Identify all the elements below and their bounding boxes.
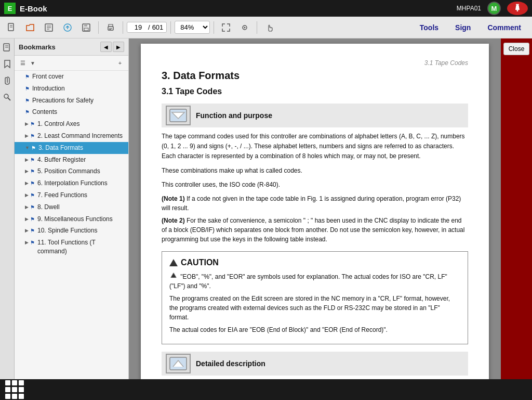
bookmark-flag-icon: ⚑ <box>25 97 30 105</box>
bookmark-item-data-formats[interactable]: ▼ ⚑ 3. Data Formats <box>15 142 128 154</box>
comment-button[interactable]: Comment <box>480 21 529 34</box>
bookmark-flag-icon: ⚑ <box>30 239 35 247</box>
expand-icon[interactable]: ▶ <box>25 133 29 139</box>
caution-title: CAUTION <box>169 258 460 267</box>
tools-button[interactable]: Tools <box>412 21 446 34</box>
bookmark-item-precautions[interactable]: ⚑ Precautions for Safety <box>15 95 128 107</box>
svg-rect-15 <box>109 28 112 29</box>
user-avatar: M <box>487 2 501 15</box>
bookmark-item-miscellaneous[interactable]: ▶ ⚑ 9. Miscellaneous Functions <box>15 213 128 225</box>
bookmark-label: Precautions for Safety <box>32 96 94 105</box>
bookmark-label: 7. Feed Functions <box>37 191 87 200</box>
notification-bell-icon[interactable] <box>507 2 528 15</box>
bookmark-flag-icon: ⚑ <box>30 216 35 223</box>
grid-dot <box>19 387 24 392</box>
bookmark-label: 10. Spindle Functions <box>37 226 97 235</box>
bookmark-prev-button[interactable]: ◀ <box>100 42 112 52</box>
bookmark-item-feed-functions[interactable]: ▶ ⚑ 7. Feed Functions <box>15 189 128 201</box>
hand-tool-button[interactable] <box>261 19 277 36</box>
bookmark-add-icon[interactable]: + <box>115 58 125 68</box>
caution-text-2: The programs created on the Edit screen … <box>169 294 460 322</box>
bookmark-next-button[interactable]: ▶ <box>113 42 124 52</box>
sign-button[interactable]: Sign <box>447 21 478 34</box>
grid-dot <box>12 387 17 392</box>
new-button[interactable] <box>3 19 20 36</box>
expand-icon[interactable]: ▶ <box>25 216 29 223</box>
expand-icon[interactable]: ▶ <box>25 227 29 234</box>
expand-icon[interactable]: ▼ <box>25 145 30 151</box>
note1-label: (Note 1) <box>162 195 185 202</box>
bookmark-label: 3. Data Formats <box>38 144 83 152</box>
bookmark-item-front-cover[interactable]: ⚑ Front cover <box>15 71 128 83</box>
bookmark-item-least-command[interactable]: ▶ ⚑ 2. Least Command Increments <box>15 130 128 142</box>
bookmark-dropdown-icon[interactable]: ▼ <box>30 60 35 66</box>
open-button[interactable] <box>22 19 38 36</box>
bookmark-flag-icon: ⚑ <box>30 121 35 128</box>
bookmark-flag-icon: ⚑ <box>30 157 35 164</box>
bookmark-toolbar: ☰ ▼ + <box>15 56 128 71</box>
bookmark-item-position-commands[interactable]: ▶ ⚑ 5. Position Commands <box>15 165 128 177</box>
expand-icon[interactable]: ▶ <box>25 157 29 163</box>
attachment-icon[interactable] <box>2 75 13 86</box>
fit-button[interactable] <box>218 19 234 36</box>
toolbar-right: Tools Sign Comment <box>412 21 529 34</box>
left-icon-panel <box>0 38 15 379</box>
save-button[interactable] <box>78 19 95 36</box>
chapter-title: 3. Data Formats <box>162 70 468 82</box>
app-icon: E <box>4 3 16 14</box>
bookmark-item-control-axes[interactable]: ▶ ⚑ 1. Control Axes <box>15 118 128 130</box>
bookmark-label: 5. Position Commands <box>37 167 100 176</box>
bookmark-item-tool-functions[interactable]: ▶ ⚑ 11. Tool Functions (T command) <box>15 237 128 257</box>
bookmark-item-buffer-register[interactable]: ▶ ⚑ 4. Buffer Register <box>15 154 128 166</box>
svg-point-22 <box>4 94 8 98</box>
app-title: E-Book <box>20 4 47 13</box>
page-number-input[interactable]: 19 <box>130 23 146 31</box>
expand-icon[interactable]: ▶ <box>25 168 29 175</box>
title-right: MHPA01 M <box>457 2 528 15</box>
zoom-select[interactable]: 84% 100% 75% 50% <box>175 21 210 34</box>
close-button[interactable]: Close <box>503 43 529 55</box>
bookmark-flag-icon: ⚑ <box>30 227 35 235</box>
bookmark-menu-icon[interactable]: ☰ <box>18 58 28 68</box>
body-text-1: The tape command codes used for this con… <box>162 132 468 162</box>
bookmark-icon[interactable] <box>2 58 13 70</box>
toolbar-separator-1 <box>98 21 99 34</box>
bookmark-title: Bookmarks <box>19 43 97 51</box>
title-bar: E E-Book MHPA01 M <box>0 0 532 17</box>
bookmark-label: 6. Interpolation Functions <box>37 179 108 188</box>
bookmark-item-introduction[interactable]: ⚑ Introduction <box>15 83 128 95</box>
prev-section-header: 3.1 Tape Codes <box>162 59 468 67</box>
grid-icon[interactable] <box>5 380 24 399</box>
upload-button[interactable] <box>59 19 76 36</box>
expand-icon[interactable]: ▶ <box>25 239 29 246</box>
bookmark-item-spindle[interactable]: ▶ ⚑ 10. Spindle Functions <box>15 225 128 237</box>
bookmark-label: Introduction <box>32 84 65 93</box>
caution-text-1: "EOB", "%", and "EOR" are symbols used f… <box>169 272 460 291</box>
expand-icon[interactable]: ▶ <box>25 121 29 127</box>
title-left: E E-Book <box>4 3 47 14</box>
document-area[interactable]: 3.1 Tape Codes 3. Data Formats 3.1 Tape … <box>129 38 501 379</box>
toolbar-separator-3 <box>170 21 171 34</box>
expand-icon[interactable]: ▶ <box>25 180 29 187</box>
bookmark-label: 1. Control Axes <box>37 120 79 128</box>
bookmark-list: ⚑ Front cover ⚑ Introduction ⚑ Precautio… <box>15 71 128 379</box>
expand-icon[interactable]: ▶ <box>25 204 29 211</box>
print-button[interactable] <box>102 19 119 36</box>
edit-button[interactable] <box>41 19 57 36</box>
search-icon[interactable] <box>2 92 13 103</box>
caution-text-3: The actual codes for EIA are "EOB (End o… <box>169 325 460 334</box>
pages-icon[interactable] <box>2 42 13 53</box>
view-options-button[interactable] <box>236 19 253 36</box>
page-total: 601 <box>152 23 164 31</box>
bookmark-item-interpolation[interactable]: ▶ ⚑ 6. Interpolation Functions <box>15 177 128 189</box>
detail-icon <box>166 354 191 373</box>
grid-dot <box>19 380 24 385</box>
bookmark-item-dwell[interactable]: ▶ ⚑ 8. Dwell <box>15 201 128 213</box>
function-icon <box>166 106 191 125</box>
bookmark-flag-icon: ⚑ <box>30 180 35 187</box>
function-purpose-bar: Function and purpose <box>162 104 468 127</box>
expand-icon[interactable]: ▶ <box>25 192 29 199</box>
bookmark-item-contents[interactable]: ⚑ Contents <box>15 106 128 118</box>
bookmark-flag-icon: ⚑ <box>30 192 35 199</box>
bookmark-label: 2. Least Command Increments <box>37 132 123 140</box>
